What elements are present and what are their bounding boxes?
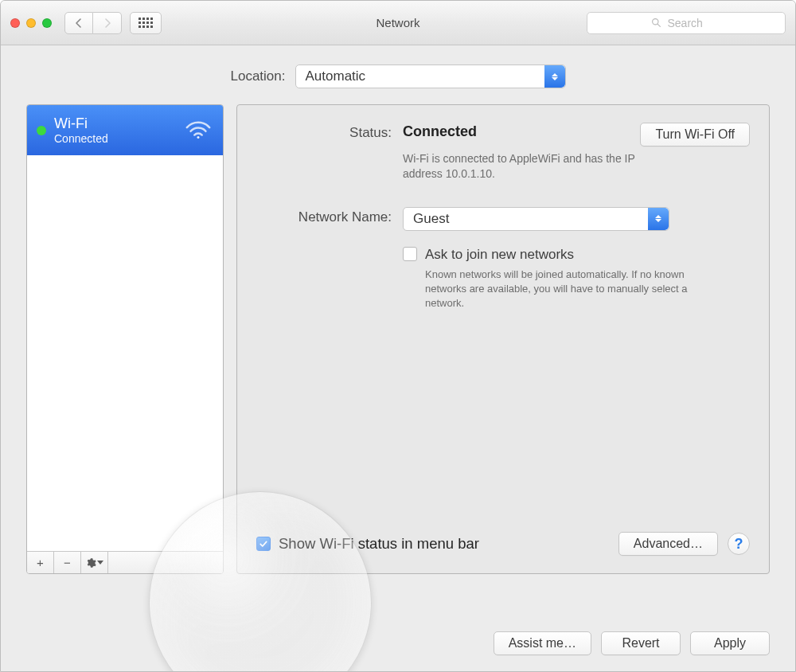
minimize-window-button[interactable] [26,18,36,28]
svg-point-2 [197,136,199,139]
grid-icon [139,18,153,28]
location-select[interactable]: Automatic [295,64,566,88]
network-name-value: Guest [413,211,449,227]
nav-back-forward [64,12,122,34]
titlebar: Network [1,1,795,45]
svg-point-0 [652,19,657,25]
status-label: Status: [256,123,392,182]
interface-name: Wi-Fi [54,115,108,132]
revert-button[interactable]: Revert [601,631,681,655]
preferences-body: Location: Automatic Wi-Fi Connected [1,45,795,671]
wifi-toggle-button[interactable]: Turn Wi-Fi Off [640,123,750,147]
select-stepper-icon [544,65,565,88]
status-description: Wi-Fi is connected to AppleWiFi and has … [403,151,673,182]
detail-panel: Status: Connected Turn Wi-Fi Off Wi-Fi i… [236,104,770,574]
select-stepper-icon [648,208,669,230]
interface-action-menu[interactable] [81,552,108,573]
wifi-icon [185,119,212,141]
show-in-menubar-label: Show Wi-Fi status in menu bar [279,535,479,553]
interface-list[interactable]: Wi-Fi Connected [27,105,223,551]
location-row: Location: Automatic [26,64,770,88]
location-label: Location: [231,68,286,84]
chevron-left-icon [74,18,84,28]
search-input[interactable] [666,16,722,30]
window-footer-buttons: Assist me… Revert Apply [494,631,770,655]
ask-to-join-help: Known networks will be joined automatica… [425,268,704,311]
ask-to-join-checkbox[interactable] [403,247,417,261]
check-icon [259,539,268,549]
location-value: Automatic [306,68,366,84]
minus-icon: − [64,556,71,569]
chevron-down-icon [97,561,103,565]
network-name-label: Network Name: [256,207,392,311]
show-in-menubar-checkbox[interactable] [256,537,271,551]
status-dot-icon [37,126,46,135]
show-all-button[interactable] [130,12,162,34]
forward-button[interactable] [93,12,122,34]
apply-button[interactable]: Apply [690,631,770,655]
network-name-row: Network Name: Guest Ask to join new netw… [256,207,750,311]
advanced-button[interactable]: Advanced… [618,532,718,556]
plus-icon: + [37,556,44,569]
network-name-select[interactable]: Guest [403,207,669,231]
remove-interface-button[interactable]: − [54,552,81,573]
panel-footer: Show Wi-Fi status in menu bar Advanced… … [256,532,750,556]
interface-sidebar: Wi-Fi Connected + − [26,104,224,574]
status-row: Status: Connected Turn Wi-Fi Off Wi-Fi i… [256,123,750,182]
search-field[interactable] [587,12,786,34]
network-preferences-window: Network Location: Automatic [0,0,796,672]
status-value: Connected [403,123,477,140]
assist-me-button[interactable]: Assist me… [494,631,591,655]
chevron-right-icon [103,18,112,28]
window-controls [10,18,52,28]
back-button[interactable] [64,12,93,34]
gear-icon [85,557,96,568]
close-window-button[interactable] [10,18,20,28]
interface-status: Connected [54,132,108,145]
ask-to-join-label: Ask to join new networks [425,247,574,262]
add-interface-button[interactable]: + [27,552,54,573]
svg-line-1 [657,24,660,26]
main-area: Wi-Fi Connected + − [26,104,770,574]
search-icon [651,18,661,28]
sidebar-footer: + − [27,551,223,573]
interface-row-wifi[interactable]: Wi-Fi Connected [27,105,223,155]
zoom-window-button[interactable] [42,18,52,28]
help-button[interactable]: ? [728,533,750,555]
